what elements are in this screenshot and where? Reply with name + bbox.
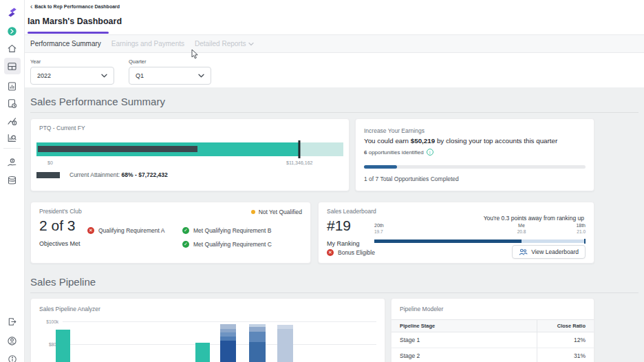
quarter-select-value: Q1 [136, 72, 144, 79]
pipeline-modeler-table: Pipeline Stage Close Ratio Stage 1 12% S… [391, 319, 594, 362]
my-rank-value: #19 [327, 217, 351, 234]
chevron-down-icon [248, 42, 254, 46]
pipeline-bar[interactable] [220, 324, 236, 362]
section-heading-pipeline: Sales Pipeline [30, 276, 638, 288]
home-icon[interactable] [4, 40, 21, 56]
requirement-a: ✕ Qualifying Requirement A [87, 227, 164, 234]
scale-value-20th: 19.7 [374, 229, 383, 234]
earnings-message: You could earn $50,219 by closing your t… [364, 137, 557, 145]
data-icon[interactable] [4, 172, 21, 189]
scale-label-18th: 18th [576, 223, 586, 228]
requirement-c-label: Met Qualifying Requirement C [193, 241, 272, 248]
ranking-end-tick [584, 239, 586, 244]
ptq-card: PTQ - Current FY $0 $11,346,162 Current … [30, 118, 350, 191]
leaderboard-title: Sales Leaderboard [327, 208, 376, 215]
x-circle-icon: ✕ [327, 249, 334, 256]
people-icon [519, 248, 528, 255]
column-header-stage: Pipeline Stage [391, 320, 537, 332]
content: Sales Performance Summary PTQ - Current … [25, 96, 644, 362]
pipeline-modeler-title: Pipeline Modeler [400, 306, 443, 312]
logout-icon[interactable] [4, 313, 21, 330]
account-icon[interactable] [4, 332, 21, 349]
earnings-progress-label: 1 of 7 Total Opportunities Completed [364, 175, 459, 182]
tab-performance-summary[interactable]: Performance Summary [30, 40, 101, 47]
stage-cell: Stage 2 [391, 348, 537, 362]
requirement-b: ✓ Met Qualifying Requirement B [182, 227, 271, 234]
analytics-icon[interactable] [4, 129, 21, 146]
earnings-progress-track [364, 165, 586, 169]
statements-icon[interactable] [4, 95, 21, 111]
column-header-close-ratio: Close Ratio [537, 323, 594, 329]
bonus-eligible-status: ✕ Bonus Eligible [327, 249, 375, 256]
earnings-card-title: Increase Your Earnings [364, 127, 425, 134]
objectives-count: 2 of 3 [39, 217, 76, 234]
year-filter-label: Year [30, 58, 114, 65]
close-ratio-cell: 31% [537, 352, 594, 359]
pipeline-analyzer-card: Sales Pipeline Analyzer $100k $80k [30, 298, 385, 362]
scale-value-me: 20.8 [517, 229, 526, 234]
back-link[interactable]: ‹ Back to Rep Performance Dashboard [30, 4, 120, 9]
info-icon[interactable] [4, 351, 21, 362]
tab-earnings-and-payments[interactable]: Earnings and Payments [111, 40, 184, 47]
pipeline-chart-plot: $100k $80k [39, 314, 376, 362]
my-rank-label: My Ranking [327, 240, 360, 247]
title-underline [28, 32, 109, 34]
page-title: Ian Marsh's Dashboard [28, 17, 122, 26]
leaderboard-hint: You're 0.3 points away from ranking up [484, 215, 584, 222]
pipeline-bar[interactable] [195, 343, 210, 362]
info-tooltip-icon[interactable]: i [427, 149, 433, 156]
earnings-message-prefix: You could earn [364, 137, 411, 145]
tab-bar: Performance Summary Earnings and Payment… [25, 34, 644, 53]
ptq-min-label: $0 [47, 160, 53, 165]
pipeline-bar[interactable] [56, 330, 70, 362]
top-header: ‹ Back to Rep Performance Dashboard Ian … [25, 0, 644, 34]
x-circle-icon: ✕ [87, 227, 94, 234]
presidents-club-card: President's Club Not Yet Qualified 2 of … [30, 202, 311, 264]
payouts-icon[interactable] [4, 154, 21, 171]
year-select[interactable]: 2022 [30, 67, 114, 85]
ptq-quota-label: $11,346,162 [286, 160, 312, 165]
reports-icon[interactable] [4, 78, 21, 94]
main-area: ‹ Back to Rep Performance Dashboard Ian … [25, 0, 644, 362]
ranking-progress-track [374, 239, 586, 243]
ranking-progress-fill [374, 239, 522, 243]
tab-detailed-reports-label: Detailed Reports [195, 40, 246, 47]
pipeline-bar[interactable] [249, 324, 266, 362]
table-row[interactable]: Stage 1 12% [391, 332, 594, 348]
status-label: Not Yet Qualified [259, 209, 302, 215]
table-row[interactable]: Stage 2 31% [391, 348, 594, 362]
logo-icon[interactable] [4, 4, 21, 21]
dashboards-icon[interactable] [4, 58, 21, 74]
qualification-status: Not Yet Qualified [251, 209, 302, 215]
check-circle-icon: ✓ [182, 241, 189, 248]
requirement-b-label: Met Qualifying Requirement B [193, 227, 271, 234]
tab-detailed-reports[interactable]: Detailed Reports [195, 40, 254, 47]
y-axis-tick-100k: $100k [39, 319, 58, 324]
earnings-progress-fill [364, 165, 397, 169]
filter-row: Year 2022 Quarter Q1 [25, 53, 644, 87]
check-circle-icon: ✓ [182, 227, 189, 234]
quick-access-icon[interactable] [4, 23, 21, 39]
earnings-message-suffix: by closing your top accounts this quarte… [435, 137, 557, 145]
view-leaderboard-button[interactable]: View Leaderboard [512, 245, 586, 259]
pipeline-bar[interactable] [277, 325, 293, 362]
back-link-label: Back to Rep Performance Dashboard [34, 4, 120, 9]
pipeline-modeler-card: Pipeline Modeler Pipeline Stage Close Ra… [391, 298, 594, 362]
ptq-legend-swatch [36, 172, 60, 178]
ptq-legend: Current Attainment: 68% - $7,722,432 [36, 171, 168, 178]
ptq-attainment-bar [38, 146, 197, 152]
gridline-80k [63, 344, 376, 345]
table-header-row: Pipeline Stage Close Ratio [391, 319, 594, 332]
commissions-icon[interactable] [4, 112, 21, 129]
year-select-value: 2022 [37, 72, 51, 79]
pipeline-analyzer-title: Sales Pipeline Analyzer [39, 306, 100, 312]
scale-label-me: Me [518, 223, 525, 228]
back-chevron-icon: ‹ [30, 4, 32, 9]
quarter-select[interactable]: Q1 [129, 67, 211, 85]
objectives-label: Objectives Met [39, 240, 80, 247]
ptq-card-title: PTQ - Current FY [39, 125, 85, 131]
leaderboard-scale: 20th 19.7 Me 20.8 18th 21.0 [374, 223, 586, 244]
sidebar [0, 0, 25, 362]
view-leaderboard-label: View Leaderboard [531, 248, 579, 255]
bonus-eligible-label: Bonus Eligible [338, 249, 375, 256]
